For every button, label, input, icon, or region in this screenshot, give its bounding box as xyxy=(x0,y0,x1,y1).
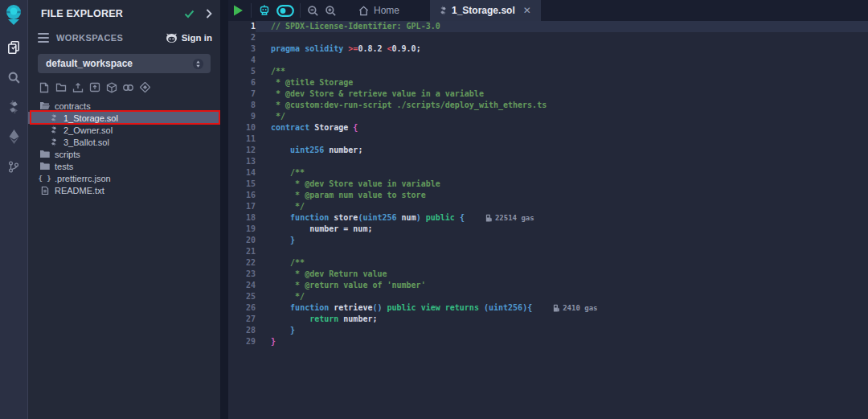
new-folder-icon[interactable] xyxy=(55,81,67,93)
code-line[interactable]: 28 } xyxy=(228,325,868,336)
remix-logo[interactable] xyxy=(2,2,26,27)
line-number[interactable]: 19 xyxy=(228,224,256,235)
code-line[interactable]: 10contract Storage { xyxy=(228,122,868,134)
code-line[interactable]: 27 return number; xyxy=(228,314,868,325)
code-line[interactable]: 11 xyxy=(228,134,868,145)
code-line[interactable]: 29} xyxy=(228,336,868,347)
code-line-content[interactable]: function retrieve() public view returns … xyxy=(256,302,868,314)
code-line-content[interactable]: pragma solidity >=0.8.2 <0.9.0; xyxy=(256,43,868,55)
line-number[interactable]: 20 xyxy=(228,235,256,246)
code-line-content[interactable]: * @return value of 'number' xyxy=(256,280,868,291)
code-line[interactable]: 20 } xyxy=(228,235,868,246)
line-number[interactable]: 26 xyxy=(228,302,256,314)
line-number[interactable]: 12 xyxy=(228,145,256,156)
line-number[interactable]: 2 xyxy=(228,32,256,43)
code-line[interactable]: 22 /** xyxy=(228,257,868,269)
code-line-content[interactable]: */ xyxy=(256,291,868,302)
solidity-compiler-icon[interactable] xyxy=(0,97,27,117)
code-line[interactable]: 26 function retrieve() public view retur… xyxy=(228,302,868,314)
line-number[interactable]: 18 xyxy=(228,212,256,224)
code-line[interactable]: 21 xyxy=(228,246,868,257)
tree-item-contracts[interactable]: contracts xyxy=(28,100,220,112)
code-line[interactable]: 1// SPDX-License-Identifier: GPL-3.0 xyxy=(228,21,868,32)
code-line-content[interactable]: * @dev Store value in variable xyxy=(256,179,868,190)
code-line[interactable]: 18 function store(uint256 num) public {2… xyxy=(228,212,868,224)
code-line-content[interactable]: contract Storage { xyxy=(256,122,868,134)
line-number[interactable]: 4 xyxy=(228,55,256,66)
code-line-content[interactable]: /** xyxy=(256,66,868,77)
git-icon[interactable] xyxy=(0,157,27,176)
tree-item-1-storage-sol[interactable]: 1_Storage.sol xyxy=(28,112,220,124)
line-number[interactable]: 1 xyxy=(228,21,256,32)
code-line-content[interactable]: } xyxy=(256,336,868,347)
workspace-menu-icon[interactable] xyxy=(38,33,49,43)
code-line-content[interactable]: number = num; xyxy=(256,224,868,235)
line-number[interactable]: 15 xyxy=(228,179,256,190)
line-number[interactable]: 21 xyxy=(228,246,256,257)
collapse-panel-icon[interactable] xyxy=(206,9,212,18)
cube-icon[interactable] xyxy=(105,81,117,93)
zoom-out-icon[interactable] xyxy=(304,0,321,21)
line-number[interactable]: 29 xyxy=(228,336,256,347)
file-explorer-icon[interactable] xyxy=(0,38,27,57)
workspace-stepper-icon[interactable] xyxy=(192,58,204,70)
code-line[interactable]: 19 number = num; xyxy=(228,224,868,235)
new-file-icon[interactable] xyxy=(38,81,50,93)
code-line-content[interactable]: * @dev Store & retrieve value in a varia… xyxy=(256,88,868,100)
code-line[interactable]: 9 */ xyxy=(228,111,868,122)
upload-folder-icon[interactable] xyxy=(88,81,100,93)
code-line[interactable]: 6 * @title Storage xyxy=(228,77,868,88)
code-line[interactable]: 25 */ xyxy=(228,291,868,302)
code-line-content[interactable]: /** xyxy=(256,167,868,179)
line-number[interactable]: 5 xyxy=(228,66,256,77)
code-line[interactable]: 23 * @dev Return value xyxy=(228,269,868,280)
line-number[interactable]: 10 xyxy=(228,122,256,134)
workspace-select[interactable]: default_workspace xyxy=(38,54,211,73)
line-number[interactable]: 16 xyxy=(228,190,256,201)
code-line[interactable]: 14 /** xyxy=(228,167,868,179)
code-line-content[interactable]: // SPDX-License-Identifier: GPL-3.0 xyxy=(256,21,868,32)
code-line-content[interactable]: * @title Storage xyxy=(256,77,868,88)
line-number[interactable]: 23 xyxy=(228,269,256,280)
line-number[interactable]: 13 xyxy=(228,156,256,167)
code-line-content[interactable]: } xyxy=(256,235,868,246)
deploy-run-icon[interactable] xyxy=(0,127,27,146)
tree-item-3-ballot-sol[interactable]: 3_Ballot.sol xyxy=(28,136,220,148)
line-number[interactable]: 28 xyxy=(228,325,256,336)
code-line[interactable]: 16 * @param num value to store xyxy=(228,190,868,201)
line-number[interactable]: 17 xyxy=(228,201,256,212)
line-number[interactable]: 8 xyxy=(228,100,256,111)
run-play-icon[interactable] xyxy=(228,0,248,21)
code-line-content[interactable]: function store(uint256 num) public {2251… xyxy=(256,212,868,224)
code-line[interactable]: 17 */ xyxy=(228,201,868,212)
code-line[interactable]: 8 * @custom:dev-run-script ./scripts/dep… xyxy=(228,100,868,111)
line-number[interactable]: 11 xyxy=(228,134,256,145)
tree-item-tests[interactable]: tests xyxy=(28,160,220,172)
line-number[interactable]: 25 xyxy=(228,291,256,302)
code-line[interactable]: 12 uint256 number; xyxy=(228,145,868,156)
line-number[interactable]: 22 xyxy=(228,257,256,269)
check-icon[interactable] xyxy=(184,10,194,18)
code-line-content[interactable]: */ xyxy=(256,201,868,212)
line-number[interactable]: 14 xyxy=(228,167,256,179)
toggle-icon[interactable] xyxy=(274,0,297,21)
link-icon[interactable] xyxy=(122,81,134,93)
code-line[interactable]: 2 xyxy=(228,32,868,43)
line-number[interactable]: 6 xyxy=(228,77,256,88)
code-line-content[interactable]: uint256 number; xyxy=(256,145,868,156)
code-line-content[interactable]: * @dev Return value xyxy=(256,269,868,280)
tree-item--prettierrc-json[interactable]: { }.prettierrc.json xyxy=(28,172,220,184)
code-editor[interactable]: 1// SPDX-License-Identifier: GPL-3.023pr… xyxy=(228,21,868,419)
tab-home[interactable]: Home xyxy=(349,0,409,21)
code-line-content[interactable]: * @custom:dev-run-script ./scripts/deplo… xyxy=(256,100,868,111)
code-line[interactable]: 15 * @dev Store value in variable xyxy=(228,179,868,190)
tree-item-scripts[interactable]: scripts xyxy=(28,148,220,160)
tree-item-2-owner-sol[interactable]: 2_Owner.sol xyxy=(28,124,220,136)
code-line[interactable]: 7 * @dev Store & retrieve value in a var… xyxy=(228,88,868,100)
code-line[interactable]: 3pragma solidity >=0.8.2 <0.9.0; xyxy=(228,43,868,55)
close-tab-icon[interactable]: ✕ xyxy=(523,5,531,16)
tab-1-storage-sol[interactable]: 1_Storage.sol ✕ xyxy=(430,0,541,21)
line-number[interactable]: 24 xyxy=(228,280,256,291)
line-number[interactable]: 7 xyxy=(228,88,256,100)
tree-item-readme-txt[interactable]: README.txt xyxy=(28,184,220,196)
